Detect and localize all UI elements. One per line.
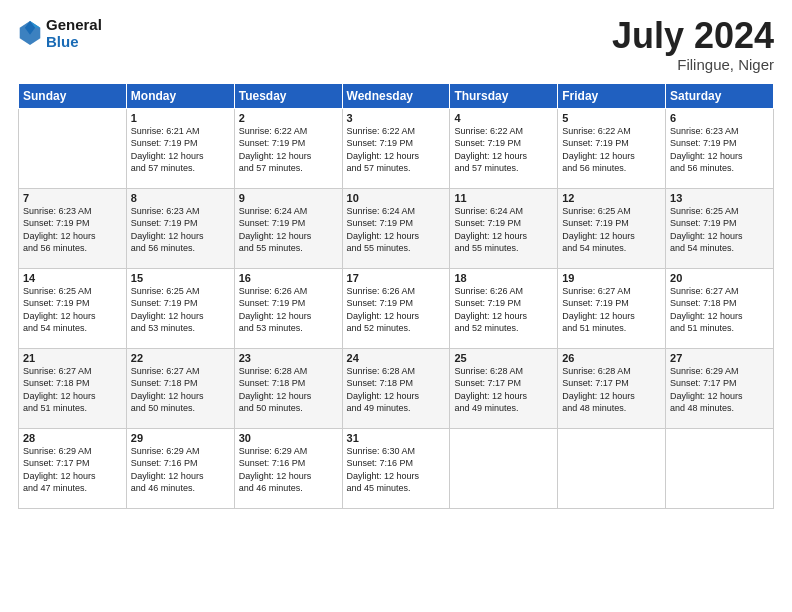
day-number: 22 <box>131 352 230 364</box>
logo-icon <box>18 19 42 47</box>
day-info: Sunrise: 6:22 AMSunset: 7:19 PMDaylight:… <box>347 125 446 175</box>
day-number: 16 <box>239 272 338 284</box>
day-info: Sunrise: 6:29 AMSunset: 7:17 PMDaylight:… <box>670 365 769 415</box>
calendar-cell: 26Sunrise: 6:28 AMSunset: 7:17 PMDayligh… <box>558 348 666 428</box>
calendar-cell: 24Sunrise: 6:28 AMSunset: 7:18 PMDayligh… <box>342 348 450 428</box>
day-number: 11 <box>454 192 553 204</box>
day-info: Sunrise: 6:27 AMSunset: 7:18 PMDaylight:… <box>670 285 769 335</box>
day-info: Sunrise: 6:27 AMSunset: 7:19 PMDaylight:… <box>562 285 661 335</box>
day-info: Sunrise: 6:22 AMSunset: 7:19 PMDaylight:… <box>239 125 338 175</box>
logo-text: General Blue <box>46 16 102 50</box>
day-number: 20 <box>670 272 769 284</box>
day-number: 23 <box>239 352 338 364</box>
day-number: 3 <box>347 112 446 124</box>
day-info: Sunrise: 6:25 AMSunset: 7:19 PMDaylight:… <box>131 285 230 335</box>
calendar-cell: 1Sunrise: 6:21 AMSunset: 7:19 PMDaylight… <box>126 108 234 188</box>
day-info: Sunrise: 6:25 AMSunset: 7:19 PMDaylight:… <box>562 205 661 255</box>
day-number: 26 <box>562 352 661 364</box>
day-info: Sunrise: 6:24 AMSunset: 7:19 PMDaylight:… <box>454 205 553 255</box>
day-number: 30 <box>239 432 338 444</box>
day-number: 17 <box>347 272 446 284</box>
calendar-cell: 21Sunrise: 6:27 AMSunset: 7:18 PMDayligh… <box>19 348 127 428</box>
col-saturday: Saturday <box>666 83 774 108</box>
calendar-cell: 28Sunrise: 6:29 AMSunset: 7:17 PMDayligh… <box>19 428 127 508</box>
calendar-cell <box>558 428 666 508</box>
calendar-cell: 8Sunrise: 6:23 AMSunset: 7:19 PMDaylight… <box>126 188 234 268</box>
calendar-cell: 30Sunrise: 6:29 AMSunset: 7:16 PMDayligh… <box>234 428 342 508</box>
calendar-cell: 6Sunrise: 6:23 AMSunset: 7:19 PMDaylight… <box>666 108 774 188</box>
day-info: Sunrise: 6:26 AMSunset: 7:19 PMDaylight:… <box>454 285 553 335</box>
day-number: 21 <box>23 352 122 364</box>
day-info: Sunrise: 6:28 AMSunset: 7:17 PMDaylight:… <box>454 365 553 415</box>
calendar-cell <box>666 428 774 508</box>
day-info: Sunrise: 6:22 AMSunset: 7:19 PMDaylight:… <box>454 125 553 175</box>
day-number: 31 <box>347 432 446 444</box>
day-info: Sunrise: 6:23 AMSunset: 7:19 PMDaylight:… <box>23 205 122 255</box>
header: General Blue July 2024 Filingue, Niger <box>18 16 774 73</box>
calendar-cell: 27Sunrise: 6:29 AMSunset: 7:17 PMDayligh… <box>666 348 774 428</box>
calendar-cell: 10Sunrise: 6:24 AMSunset: 7:19 PMDayligh… <box>342 188 450 268</box>
day-number: 1 <box>131 112 230 124</box>
title-block: July 2024 Filingue, Niger <box>612 16 774 73</box>
week-row-3: 14Sunrise: 6:25 AMSunset: 7:19 PMDayligh… <box>19 268 774 348</box>
day-number: 8 <box>131 192 230 204</box>
calendar-cell: 9Sunrise: 6:24 AMSunset: 7:19 PMDaylight… <box>234 188 342 268</box>
calendar-cell: 5Sunrise: 6:22 AMSunset: 7:19 PMDaylight… <box>558 108 666 188</box>
page: General Blue July 2024 Filingue, Niger S… <box>0 0 792 612</box>
calendar-cell: 12Sunrise: 6:25 AMSunset: 7:19 PMDayligh… <box>558 188 666 268</box>
calendar-cell: 7Sunrise: 6:23 AMSunset: 7:19 PMDaylight… <box>19 188 127 268</box>
calendar-cell <box>450 428 558 508</box>
day-number: 9 <box>239 192 338 204</box>
day-info: Sunrise: 6:30 AMSunset: 7:16 PMDaylight:… <box>347 445 446 495</box>
calendar-cell: 19Sunrise: 6:27 AMSunset: 7:19 PMDayligh… <box>558 268 666 348</box>
day-number: 12 <box>562 192 661 204</box>
calendar-cell: 4Sunrise: 6:22 AMSunset: 7:19 PMDaylight… <box>450 108 558 188</box>
week-row-4: 21Sunrise: 6:27 AMSunset: 7:18 PMDayligh… <box>19 348 774 428</box>
col-thursday: Thursday <box>450 83 558 108</box>
calendar-cell: 14Sunrise: 6:25 AMSunset: 7:19 PMDayligh… <box>19 268 127 348</box>
calendar-cell: 2Sunrise: 6:22 AMSunset: 7:19 PMDaylight… <box>234 108 342 188</box>
day-info: Sunrise: 6:27 AMSunset: 7:18 PMDaylight:… <box>131 365 230 415</box>
month-title: July 2024 <box>612 16 774 56</box>
weekday-header-row: Sunday Monday Tuesday Wednesday Thursday… <box>19 83 774 108</box>
day-number: 29 <box>131 432 230 444</box>
day-info: Sunrise: 6:29 AMSunset: 7:16 PMDaylight:… <box>239 445 338 495</box>
day-info: Sunrise: 6:25 AMSunset: 7:19 PMDaylight:… <box>23 285 122 335</box>
day-info: Sunrise: 6:23 AMSunset: 7:19 PMDaylight:… <box>131 205 230 255</box>
calendar-cell: 15Sunrise: 6:25 AMSunset: 7:19 PMDayligh… <box>126 268 234 348</box>
day-number: 13 <box>670 192 769 204</box>
day-info: Sunrise: 6:26 AMSunset: 7:19 PMDaylight:… <box>347 285 446 335</box>
day-number: 14 <box>23 272 122 284</box>
calendar-cell: 13Sunrise: 6:25 AMSunset: 7:19 PMDayligh… <box>666 188 774 268</box>
calendar-cell: 20Sunrise: 6:27 AMSunset: 7:18 PMDayligh… <box>666 268 774 348</box>
col-tuesday: Tuesday <box>234 83 342 108</box>
col-friday: Friday <box>558 83 666 108</box>
day-info: Sunrise: 6:24 AMSunset: 7:19 PMDaylight:… <box>239 205 338 255</box>
calendar-cell: 29Sunrise: 6:29 AMSunset: 7:16 PMDayligh… <box>126 428 234 508</box>
day-info: Sunrise: 6:28 AMSunset: 7:18 PMDaylight:… <box>347 365 446 415</box>
day-number: 19 <box>562 272 661 284</box>
day-info: Sunrise: 6:28 AMSunset: 7:17 PMDaylight:… <box>562 365 661 415</box>
day-number: 18 <box>454 272 553 284</box>
day-number: 5 <box>562 112 661 124</box>
location: Filingue, Niger <box>612 56 774 73</box>
calendar-cell: 3Sunrise: 6:22 AMSunset: 7:19 PMDaylight… <box>342 108 450 188</box>
day-number: 2 <box>239 112 338 124</box>
calendar-cell: 11Sunrise: 6:24 AMSunset: 7:19 PMDayligh… <box>450 188 558 268</box>
calendar-cell <box>19 108 127 188</box>
col-monday: Monday <box>126 83 234 108</box>
logo: General Blue <box>18 16 102 50</box>
day-info: Sunrise: 6:28 AMSunset: 7:18 PMDaylight:… <box>239 365 338 415</box>
week-row-2: 7Sunrise: 6:23 AMSunset: 7:19 PMDaylight… <box>19 188 774 268</box>
day-info: Sunrise: 6:27 AMSunset: 7:18 PMDaylight:… <box>23 365 122 415</box>
calendar-cell: 22Sunrise: 6:27 AMSunset: 7:18 PMDayligh… <box>126 348 234 428</box>
calendar-cell: 16Sunrise: 6:26 AMSunset: 7:19 PMDayligh… <box>234 268 342 348</box>
day-number: 24 <box>347 352 446 364</box>
day-info: Sunrise: 6:26 AMSunset: 7:19 PMDaylight:… <box>239 285 338 335</box>
day-number: 10 <box>347 192 446 204</box>
week-row-5: 28Sunrise: 6:29 AMSunset: 7:17 PMDayligh… <box>19 428 774 508</box>
day-info: Sunrise: 6:29 AMSunset: 7:16 PMDaylight:… <box>131 445 230 495</box>
calendar-cell: 17Sunrise: 6:26 AMSunset: 7:19 PMDayligh… <box>342 268 450 348</box>
day-number: 7 <box>23 192 122 204</box>
calendar-cell: 18Sunrise: 6:26 AMSunset: 7:19 PMDayligh… <box>450 268 558 348</box>
